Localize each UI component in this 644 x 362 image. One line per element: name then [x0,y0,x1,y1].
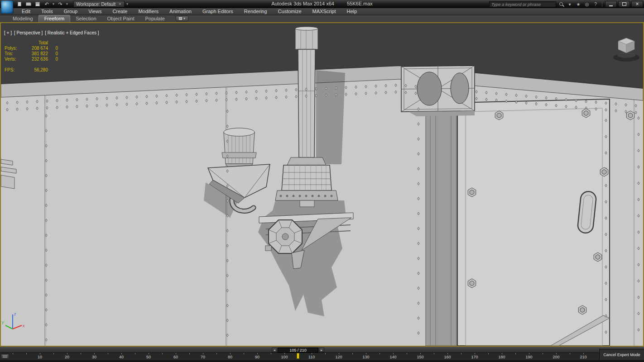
menu-maxscript[interactable]: MAXScript [307,8,341,15]
viewport-menu-plus[interactable]: [ + ] [4,30,12,35]
menu-animation[interactable]: Animation [164,8,197,15]
timeline-label: 90 [255,355,260,359]
new-file-icon[interactable] [15,1,24,7]
3ds-max-logo-icon[interactable] [1,0,13,14]
timeline-label: 130 [362,355,369,359]
infocenter: ▾ ★ ◎ ? × [489,0,643,8]
workspace-selector[interactable]: Workspace: Default ▾ [73,1,125,7]
viewport-menu-shading[interactable]: [ Realistic + Edged Faces ] [45,30,99,35]
axis-x-label: x [23,324,25,328]
close-button[interactable]: × [631,1,643,7]
ribbon-tab-bar: ModelingFreeformSelectionObject PaintPop… [0,15,644,22]
menu-help[interactable]: Help [341,8,363,15]
communication-center-icon[interactable]: ◎ [583,1,591,7]
current-frame-marker[interactable] [297,353,299,359]
ribbon-tab-populate[interactable]: Populate [139,15,170,22]
timeline-label: 210 [580,355,586,359]
timeline-label: 70 [201,355,205,359]
timeline-label: 150 [417,355,423,359]
model-vent-box [401,66,475,116]
workspace-caret-icon: ▾ [118,2,122,6]
timeline-label: 120 [335,355,342,359]
mini-trackbar-toggle-button[interactable] [1,354,9,359]
bottom-strip [0,360,644,362]
perspective-viewport[interactable]: z x y [ + ] [ Perspective ] [ Realistic … [0,22,644,347]
cancel-expert-mode-button[interactable]: Cancel Expert Mode [599,349,644,360]
app-title-text: Autodesk 3ds Max 2014 x64 [271,1,334,6]
infocenter-search-input[interactable] [489,1,556,7]
ribbon-tabs: ModelingFreeformSelectionObject PaintPop… [7,15,170,22]
maximize-button[interactable] [618,1,630,7]
ribbon-toggle-icon [179,17,182,20]
search-icon[interactable] [557,1,565,7]
axis-z-label: z [14,312,16,316]
ribbon-tab-selection[interactable]: Selection [70,15,101,22]
model-recess-channel [426,81,457,346]
timeline-label: 180 [498,355,505,359]
timeline-label: 10 [38,355,42,359]
ribbon-tab-freeform[interactable]: Freeform [38,15,71,22]
open-file-icon[interactable] [24,1,33,7]
menu-modifiers[interactable]: Modifiers [133,8,164,15]
viewport-menu-view[interactable]: [ Perspective ] [14,30,43,35]
menu-tools[interactable]: Tools [36,8,58,15]
menu-rendering[interactable]: Rendering [239,8,273,15]
model-door-panel [457,99,634,346]
axis-y-label: y [2,320,4,324]
ribbon-tab-object-paint[interactable]: Object Paint [102,15,140,22]
ribbon-tab-modeling[interactable]: Modeling [7,15,38,22]
frame-indicator: ◄ 105 / 210 ► [272,348,324,352]
viewport-scene: z x y [1,23,643,346]
ribbon-toggle-caret-icon: ▾ [183,17,185,20]
titlebar-separator [602,1,602,7]
timeline-label: 100 [281,355,288,359]
timeline-ruler[interactable]: 1020304050607080901001101201301401501601… [0,352,644,360]
menu-views[interactable]: Views [83,8,107,15]
frame-display[interactable]: 105 / 210 [278,348,318,352]
quick-access-toolbar: ↶ ▾ ↷ ▾ Workspace: Default ▾ ▾ [15,1,129,7]
menu-edit[interactable]: Edit [16,8,36,15]
next-frame-button[interactable]: ► [319,348,324,352]
toolbar-options-caret-icon[interactable]: ▾ [125,2,129,6]
timeline-label: 50 [146,355,151,359]
timeline-label: 160 [444,355,451,359]
workspace-label: Workspace: Default [76,2,115,7]
document-name-text: 55K6E.max [347,1,373,6]
undo-dropdown-icon[interactable]: ▾ [52,2,55,6]
menu-bar: EditToolsGroupViewsCreateModifiersAnimat… [0,8,644,15]
save-file-icon[interactable] [34,1,42,7]
title-bar: ↶ ▾ ↷ ▾ Workspace: Default ▾ ▾ Autodesk … [0,0,644,8]
menu-group[interactable]: Group [58,8,83,15]
menu-customize[interactable]: Customize [273,8,307,15]
redo-dropdown-icon[interactable]: ▾ [65,2,69,6]
ribbon-display-toggle[interactable]: ▾ [176,16,188,21]
menu-graph-editors[interactable]: Graph Editors [197,8,239,15]
timeline-label: 40 [119,355,124,359]
timeline-label: 140 [389,355,396,359]
timeline-label: 110 [308,355,315,359]
menu-create[interactable]: Create [107,8,133,15]
undo-icon[interactable]: ↶ [43,1,51,7]
help-icon[interactable]: ? [592,1,599,7]
favorites-star-icon[interactable]: ★ [575,1,582,7]
timeline-label: 170 [471,355,478,359]
minimize-button[interactable] [605,1,617,7]
timeline-label: 30 [92,355,96,359]
timeline-label: 200 [553,355,559,359]
previous-frame-button[interactable]: ◄ [272,348,277,352]
timeline-label: 20 [65,355,69,359]
redo-icon[interactable]: ↷ [56,1,64,7]
track-bar[interactable]: ◄ 105 / 210 ► [0,347,644,352]
search-options-caret-icon[interactable]: ▾ [566,1,573,7]
3ds-max-window: ↶ ▾ ↷ ▾ Workspace: Default ▾ ▾ Autodesk … [0,0,644,362]
timeline-label: 60 [173,355,178,359]
timeline-label: 80 [228,355,232,359]
timeline-label: 190 [525,355,532,359]
viewport-label: [ + ] [ Perspective ] [ Realistic + Edge… [4,30,99,35]
